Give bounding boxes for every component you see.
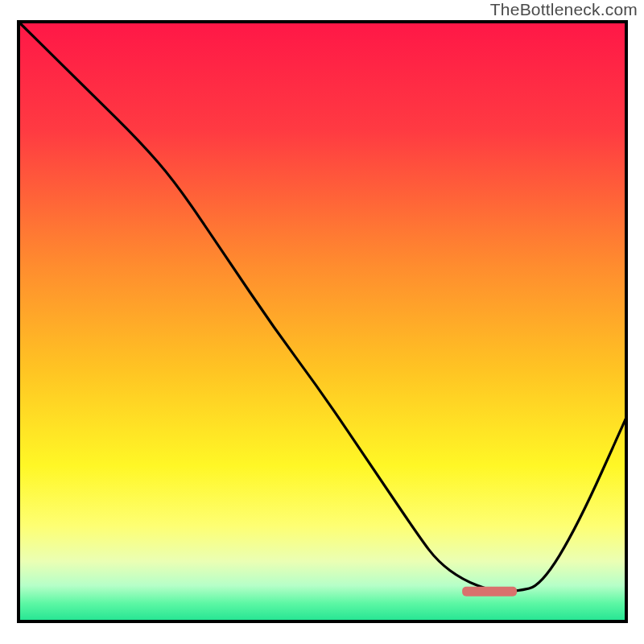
optimal-marker [462, 587, 517, 597]
chart-svg [0, 0, 644, 644]
watermark-text: TheBottleneck.com [490, 0, 638, 19]
bottleneck-chart: TheBottleneck.com [0, 0, 644, 644]
